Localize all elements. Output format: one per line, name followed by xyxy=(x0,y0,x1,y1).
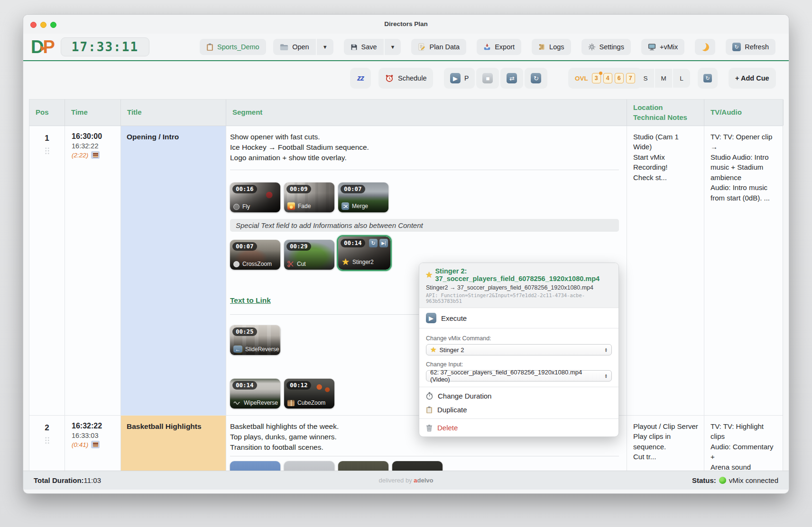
row-position: 1 xyxy=(29,134,65,143)
drag-handle-icon[interactable] xyxy=(45,436,50,445)
clip-cubezoom[interactable]: 00:12 CubeZoom xyxy=(284,379,334,409)
header-title: Title xyxy=(121,100,226,126)
clip-slidereverse[interactable]: 00:25 ←SlideReverse xyxy=(230,325,280,355)
clip-thumbnail[interactable] xyxy=(230,461,280,471)
loop-button[interactable]: ⇄ xyxy=(500,68,523,89)
wave-icon xyxy=(233,401,241,405)
tv-audio-cell[interactable]: TV: TV: Highlight clips Audio: Commentar… xyxy=(704,416,783,471)
segment-note[interactable]: Special Text field to add Informations a… xyxy=(230,219,619,232)
clip-fade[interactable]: 00:09 Fade xyxy=(284,182,334,212)
menu-item-execute[interactable]: ▶ Execute xyxy=(419,308,618,328)
select-stepper-icon: ▲▼ xyxy=(605,347,608,352)
play-program-button[interactable]: ▶ P xyxy=(444,68,475,89)
start-time: 16:32:22 xyxy=(72,422,117,430)
clip-stinger2-selected[interactable]: 00:14 ↻ ▶| ★Stinger2 xyxy=(338,236,390,270)
schedule-button[interactable]: Schedule xyxy=(378,68,433,89)
cue-row-2: 2 16:32:22 16:33:03 (0:41) Basketball Hi… xyxy=(29,416,783,471)
clip-duration-badge: 00:14 xyxy=(232,381,257,390)
location-notes-cell[interactable]: Studio (Cam 1 Wide) Start vMix Recording… xyxy=(627,126,704,415)
clip-cut[interactable]: 00:29 Cut xyxy=(284,240,334,270)
menu-item-change-duration[interactable]: Change Duration xyxy=(419,387,618,405)
dark-mode-button[interactable] xyxy=(695,39,715,55)
cue-title-cell[interactable]: Basketball Highlights xyxy=(121,416,226,471)
row-position: 2 xyxy=(29,423,65,433)
logo-play-icon: ▶ xyxy=(41,45,46,51)
clip-duration-badge: 00:25 xyxy=(232,327,257,336)
clip-duration-badge: 00:14 xyxy=(341,239,365,247)
scissors-icon xyxy=(287,261,294,267)
clip-duration-badge: 00:09 xyxy=(286,185,311,193)
drag-handle-icon[interactable] xyxy=(45,147,50,155)
tv-audio-cell[interactable]: TV: TV: Opener clip → Studio Audio: Intr… xyxy=(704,126,784,415)
overlay-slot-6[interactable]: 6 xyxy=(615,73,624,83)
sleep-icon: zz xyxy=(357,74,364,82)
size-small-button[interactable]: S xyxy=(637,69,654,88)
resync-button[interactable]: ↻ xyxy=(525,68,547,89)
cue-title: Opening / Intro xyxy=(121,126,226,141)
command-select[interactable]: ★ Stinger 2 ▲▼ xyxy=(426,344,612,355)
refresh-button[interactable]: ↻ Refresh xyxy=(726,39,775,55)
playback-controls: ▶ P ■ ⇄ ↻ xyxy=(444,68,547,89)
arrow-left-icon: ← xyxy=(233,345,242,353)
overlay-slot-4[interactable]: 4 xyxy=(603,73,612,83)
reload-clip-icon[interactable]: ↻ xyxy=(369,239,378,247)
save-dropdown-button[interactable]: ▼ xyxy=(385,39,401,55)
clip-thumbnail[interactable] xyxy=(284,461,334,471)
text-to-link[interactable]: Text to Link xyxy=(230,296,271,304)
open-dropdown-button[interactable]: ▼ xyxy=(317,39,333,55)
start-time: 16:30:00 xyxy=(72,132,117,141)
menu-item-delete[interactable]: Delete xyxy=(419,419,618,436)
play-icon: ▶ xyxy=(426,313,436,323)
clip-label: Stinger2 xyxy=(352,259,374,265)
open-button[interactable]: Open xyxy=(273,39,315,55)
stopwatch-icon xyxy=(426,392,433,400)
stop-icon: ■ xyxy=(482,73,493,83)
clip-context-menu: ★ Stinger 2: 37_soccer_players_field_607… xyxy=(419,263,619,437)
settings-button[interactable]: Settings xyxy=(581,39,631,55)
app-window: Directors Plan DP ▶ 17:33:11 Sports_Demo… xyxy=(23,14,789,494)
add-vmix-button[interactable]: +vMix xyxy=(641,39,684,55)
input-select-value: 62: 37_soccer_players_field_6078256_1920… xyxy=(430,369,602,383)
play-pause-icon[interactable]: ▶| xyxy=(379,239,388,247)
clip-label: Cut xyxy=(297,261,306,267)
clipboard-icon xyxy=(206,43,213,51)
overlay-slot-3[interactable]: 3 xyxy=(592,73,601,83)
menu-item-duplicate[interactable]: Duplicate xyxy=(419,405,618,418)
segment-text[interactable]: Show opener with fast cuts. Ice Hockey →… xyxy=(230,132,619,163)
location-notes-cell[interactable]: Playout / Clip Server Play clips in sequ… xyxy=(627,416,704,471)
sleep-mode-button[interactable]: zz xyxy=(350,68,371,89)
plan-name-button[interactable]: Sports_Demo xyxy=(200,39,266,55)
clip-label: Fade xyxy=(298,203,311,209)
size-medium-button[interactable]: M xyxy=(655,69,672,88)
status-bar: delivered by adelvo Total Duration: 11:0… xyxy=(23,471,789,490)
size-switcher: S M L xyxy=(637,68,690,89)
plan-data-button[interactable]: Plan Data xyxy=(411,39,466,55)
reload-cues-button[interactable]: ↻ xyxy=(698,68,718,89)
calculated-duration-icon xyxy=(91,441,100,448)
export-button[interactable]: Export xyxy=(477,39,521,55)
cue-title-cell[interactable]: Opening / Intro xyxy=(121,126,226,415)
clip-fly[interactable]: 00:16 Fly xyxy=(230,182,280,212)
stop-button[interactable]: ■ xyxy=(476,68,499,89)
clip-label: Merge xyxy=(352,203,368,209)
add-cue-button[interactable]: + Add Cue xyxy=(729,68,776,89)
clip-thumbnail[interactable] xyxy=(392,461,443,471)
logs-button[interactable]: Logs xyxy=(532,39,571,55)
clip-crosszoom[interactable]: 00:07 CrossZoom xyxy=(230,240,280,270)
save-button[interactable]: Save xyxy=(344,39,384,55)
menu-api-line: API: Function=Stinger2&Input=5f7e1dd2-2c… xyxy=(426,292,612,304)
star-icon: ★ xyxy=(341,256,350,267)
clip-merge[interactable]: 00:07 Merge xyxy=(338,182,388,212)
clip-wipereverse[interactable]: 00:14 WipeReverse xyxy=(230,379,280,409)
star-icon: ★ xyxy=(430,345,436,354)
size-large-button[interactable]: L xyxy=(673,69,690,88)
clip-duration-badge: 00:07 xyxy=(341,185,365,193)
input-select[interactable]: 62: 37_soccer_players_field_6078256_1920… xyxy=(426,370,612,382)
refresh-icon: ↻ xyxy=(732,43,741,51)
folder-icon xyxy=(280,44,288,51)
header-pos: Pos xyxy=(29,100,65,126)
monitor-icon xyxy=(648,43,656,51)
header-time: Time xyxy=(65,100,121,126)
clip-thumbnail[interactable] xyxy=(338,461,388,471)
overlay-slot-7[interactable]: 7 xyxy=(626,73,635,83)
